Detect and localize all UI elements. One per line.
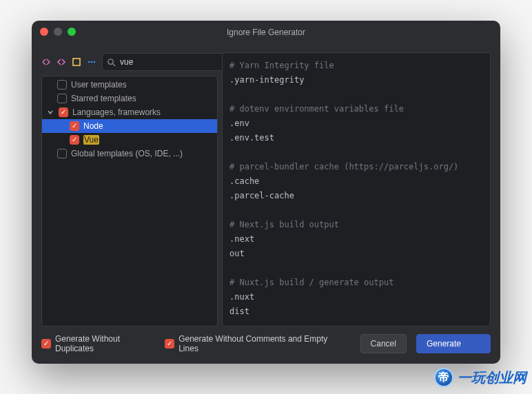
tree-item-user-templates[interactable]: User templates	[42, 78, 217, 92]
checkbox[interactable]	[165, 339, 174, 349]
checkbox[interactable]	[70, 135, 79, 145]
titlebar: Ignore File Generator	[32, 21, 500, 44]
generate-dropdown-icon[interactable]	[470, 334, 491, 353]
option-label: Generate Without Comments and Empty Line…	[178, 334, 340, 353]
option-without-duplicates[interactable]: Generate Without Duplicates	[41, 334, 155, 353]
content-area: × User templates Starred templates	[41, 52, 491, 326]
maximize-icon[interactable]	[68, 28, 76, 36]
watermark-text: 一玩创业网	[458, 369, 526, 387]
cancel-button[interactable]: Cancel	[360, 334, 407, 353]
option-label: Generate Without Duplicates	[55, 334, 155, 353]
checkbox[interactable]	[57, 80, 67, 90]
square-icon[interactable]	[72, 56, 81, 68]
svg-point-3	[94, 61, 96, 63]
expand-all-icon[interactable]	[41, 56, 51, 68]
search-field[interactable]: ×	[102, 53, 242, 71]
tree-label: Node	[83, 121, 103, 131]
tree-item-node[interactable]: Node	[42, 119, 217, 133]
left-panel: × User templates Starred templates	[41, 52, 218, 326]
checkbox[interactable]	[59, 107, 68, 117]
tree-label: Starred templates	[71, 94, 136, 103]
preview-pane: # Yarn Integrity file .yarn-integrity # …	[222, 52, 491, 326]
tree-item-languages-frameworks[interactable]: Languages, frameworks	[42, 105, 217, 119]
close-icon[interactable]	[40, 28, 48, 36]
checkbox[interactable]	[57, 149, 67, 158]
watermark: 帝 一玩创业网	[434, 368, 526, 387]
dialog-title: Ignore File Generator	[227, 28, 305, 37]
traffic-lights	[40, 28, 76, 36]
template-tree[interactable]: User templates Starred templates Languag…	[41, 76, 218, 326]
checkbox[interactable]	[57, 94, 67, 103]
svg-rect-0	[73, 59, 80, 65]
more-icon[interactable]	[87, 56, 96, 68]
tree-label: Vue	[83, 135, 99, 145]
collapse-all-icon[interactable]	[57, 56, 66, 68]
search-icon	[107, 58, 116, 67]
tree-label: User templates	[71, 80, 127, 90]
svg-point-1	[88, 61, 90, 63]
svg-point-4	[108, 59, 113, 63]
generate-button[interactable]: Generate	[416, 334, 471, 353]
tree-item-starred-templates[interactable]: Starred templates	[42, 92, 217, 105]
watermark-logo-icon: 帝	[434, 368, 453, 387]
chevron-down-icon[interactable]	[46, 109, 54, 116]
dialog-body: × User templates Starred templates	[32, 44, 500, 364]
tree-label: Languages, frameworks	[72, 107, 161, 117]
tree-item-vue[interactable]: Vue	[42, 133, 217, 147]
option-without-comments[interactable]: Generate Without Comments and Empty Line…	[165, 334, 340, 353]
dialog-window: Ignore File Generator	[32, 21, 500, 364]
toolbar: ×	[41, 52, 218, 72]
minimize-icon[interactable]	[54, 28, 62, 36]
checkbox[interactable]	[70, 121, 79, 131]
checkbox[interactable]	[41, 339, 51, 349]
search-input[interactable]	[120, 57, 223, 67]
svg-point-2	[91, 61, 93, 63]
tree-label: Global templates (OS, IDE, ...)	[71, 149, 183, 158]
footer: Generate Without Duplicates Generate Wit…	[41, 333, 491, 354]
svg-line-5	[112, 63, 115, 66]
tree-item-global-templates[interactable]: Global templates (OS, IDE, ...)	[42, 147, 217, 160]
